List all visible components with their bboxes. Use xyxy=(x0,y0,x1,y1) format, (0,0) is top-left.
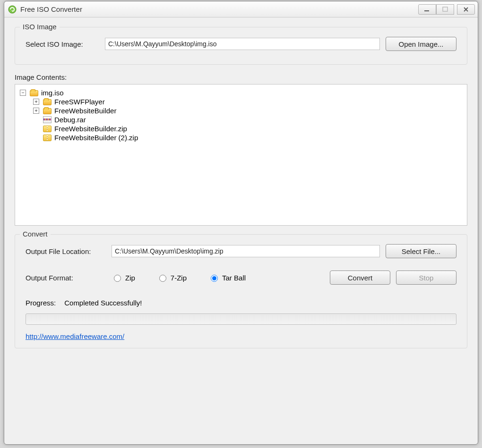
tree-item-label: FreeWebsiteBuilder xyxy=(54,107,116,115)
folder-icon xyxy=(43,99,52,105)
close-button[interactable] xyxy=(457,4,475,15)
select-file-button[interactable]: Select File... xyxy=(386,244,456,258)
output-format-label: Output Format: xyxy=(26,274,106,282)
close-icon xyxy=(463,6,469,13)
rar-icon xyxy=(43,116,52,123)
output-path-input[interactable] xyxy=(112,245,380,257)
stop-button[interactable]: Stop xyxy=(396,270,456,285)
convert-button[interactable]: Convert xyxy=(330,270,390,285)
tree-item-label: Debug.rar xyxy=(54,116,86,124)
progress-label: Progress: xyxy=(26,299,56,307)
tree-spacer xyxy=(33,126,39,132)
svg-rect-2 xyxy=(443,7,448,11)
tree-item[interactable]: FreeWebsiteBuilder (2).zip xyxy=(33,133,462,142)
format-zip-label: Zip xyxy=(125,274,135,282)
iso-path-input[interactable] xyxy=(105,38,380,50)
minimize-button[interactable] xyxy=(418,4,436,15)
titlebar: Free ISO Converter xyxy=(4,1,478,17)
tree-item[interactable]: + FreeWebsiteBuilder xyxy=(33,106,462,115)
folder-icon xyxy=(43,108,52,114)
output-format-options: Zip 7-Zip Tar Ball xyxy=(112,273,324,282)
app-window: Free ISO Converter ISO Image Select ISO … xyxy=(4,1,478,445)
progress-bar xyxy=(26,313,456,325)
tree-root-label: img.iso xyxy=(41,89,64,97)
tree-spacer xyxy=(33,117,39,123)
expand-icon[interactable]: + xyxy=(33,108,39,114)
zip-icon xyxy=(43,126,52,132)
caption-buttons xyxy=(418,4,475,15)
folder-icon xyxy=(30,90,38,96)
client-area: ISO Image Select ISO Image: Open Image..… xyxy=(4,17,478,444)
tree-root[interactable]: − img.iso xyxy=(20,88,462,97)
iso-group-title: ISO Image xyxy=(20,23,60,31)
tree-item[interactable]: FreeWebsiteBuilder.zip xyxy=(33,124,462,133)
image-contents-tree[interactable]: − img.iso + FreeSWFPlayer + xyxy=(15,84,467,226)
svg-point-0 xyxy=(9,6,16,13)
app-icon xyxy=(8,5,17,14)
output-location-label: Output File Location: xyxy=(26,247,106,255)
expand-icon[interactable]: + xyxy=(33,99,39,105)
format-tarball-label: Tar Ball xyxy=(222,274,246,282)
image-contents-section: Image Contents: − img.iso + FreeSWFPlaye… xyxy=(15,73,467,226)
format-zip-radio[interactable] xyxy=(114,275,121,282)
iso-image-group: ISO Image Select ISO Image: Open Image..… xyxy=(15,27,467,65)
collapse-icon[interactable]: − xyxy=(20,90,26,96)
tree-spacer xyxy=(33,135,39,141)
tree-item-label: FreeWebsiteBuilder.zip xyxy=(54,125,127,133)
svg-rect-1 xyxy=(424,10,429,11)
tree-item[interactable]: Debug.rar xyxy=(33,115,462,124)
tree-item-label: FreeWebsiteBuilder (2).zip xyxy=(54,134,138,142)
image-contents-label: Image Contents: xyxy=(15,73,467,81)
maximize-icon xyxy=(442,6,448,13)
format-tarball-radio[interactable] xyxy=(211,275,218,282)
format-7zip-label: 7-Zip xyxy=(171,274,187,282)
zip-icon xyxy=(43,135,52,141)
window-title: Free ISO Converter xyxy=(20,5,418,13)
format-7zip-radio[interactable] xyxy=(159,275,166,282)
open-image-button[interactable]: Open Image... xyxy=(386,37,456,51)
format-zip-option[interactable]: Zip xyxy=(112,273,135,282)
format-7zip-option[interactable]: 7-Zip xyxy=(157,273,187,282)
tree-item[interactable]: + FreeSWFPlayer xyxy=(33,97,462,106)
convert-group-title: Convert xyxy=(20,230,51,238)
select-iso-label: Select ISO Image: xyxy=(26,40,99,48)
maximize-button[interactable] xyxy=(436,4,454,15)
progress-status: Completed Successfully! xyxy=(64,299,142,307)
vendor-link[interactable]: http://www.mediafreeware.com/ xyxy=(26,332,124,340)
tree-item-label: FreeSWFPlayer xyxy=(54,98,105,106)
format-tarball-option[interactable]: Tar Ball xyxy=(208,273,246,282)
convert-group: Convert Output File Location: Select Fil… xyxy=(15,234,467,348)
minimize-icon xyxy=(424,6,430,13)
